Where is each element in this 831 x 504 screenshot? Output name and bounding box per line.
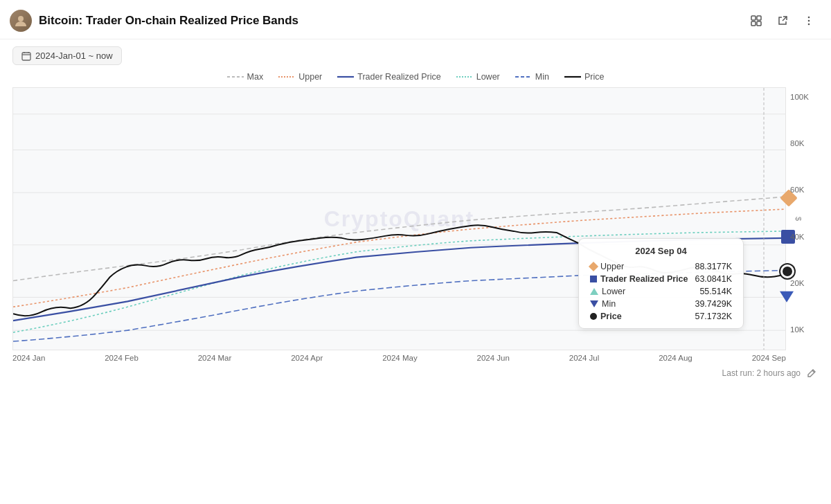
x-label-jan: 2024 Jan	[12, 354, 45, 362]
legend-lower: Lower	[456, 72, 500, 82]
trader-legend-line	[337, 74, 354, 80]
header: Bitcoin: Trader On-chain Realized Price …	[0, 0, 831, 39]
x-label-jul: 2024 Jul	[569, 354, 599, 362]
header-icons	[747, 11, 819, 30]
tooltip-label-lower: Lower	[590, 287, 625, 296]
chart-wrapper: CryptoQuant	[12, 87, 824, 350]
legend-lower-label: Lower	[476, 72, 500, 82]
tooltip-value-min: 39.7429K	[695, 299, 732, 309]
chart-tooltip: 2024 Sep 04 Upper 88.3177K Trader Realiz…	[578, 238, 744, 329]
trader-icon	[590, 276, 597, 282]
x-label-mar: 2024 Mar	[198, 354, 232, 362]
y-label-100k: 100K	[790, 93, 824, 101]
tooltip-row-price: Price 57.1732K	[590, 312, 732, 321]
price-icon	[590, 313, 597, 320]
tooltip-date: 2024 Sep 04	[590, 246, 732, 256]
date-filter[interactable]: 2024-Jan-01 ~ now	[12, 46, 122, 65]
min-legend-line	[515, 74, 532, 80]
y-label-80k: 80K	[790, 139, 824, 147]
max-legend-line	[227, 74, 244, 80]
svg-point-5	[808, 17, 810, 19]
y-axis-right: 100K 80K 60K 40K 20K 10K	[786, 87, 824, 350]
upper-label-text: Upper	[600, 262, 624, 271]
legend-price: Price	[564, 72, 604, 82]
price-legend-line	[564, 74, 581, 80]
tooltip-label-min: Min	[590, 299, 616, 309]
tooltip-value-upper: 88.3177K	[695, 262, 732, 271]
chart-container: CryptoQuant	[0, 87, 831, 362]
legend-price-label: Price	[584, 72, 604, 82]
legend: Max Upper Trader Realized Price Lower Mi…	[0, 72, 831, 82]
upper-legend-line	[278, 74, 295, 80]
svg-rect-1	[751, 16, 756, 20]
x-label-apr: 2024 Apr	[291, 354, 323, 362]
svg-rect-2	[757, 16, 761, 20]
x-label-sep: 2024 Sep	[752, 354, 786, 362]
min-icon	[590, 300, 598, 307]
trader-label-text: Trader Realized Price	[600, 274, 688, 284]
legend-max: Max	[227, 72, 264, 82]
tooltip-value-lower: 55.514K	[699, 287, 732, 296]
tooltip-label-upper: Upper	[590, 262, 624, 271]
edit-icon[interactable]	[805, 366, 819, 380]
legend-min-label: Min	[535, 72, 549, 82]
tooltip-label-price: Price	[590, 312, 622, 321]
y-label-40k: 40K	[790, 233, 824, 241]
svg-point-7	[808, 24, 810, 26]
legend-upper: Upper	[278, 72, 322, 82]
y-label-60k: 60K	[790, 186, 824, 194]
calendar-icon	[21, 51, 31, 61]
upper-icon	[589, 262, 598, 271]
y-label-10k: 10K	[790, 325, 824, 334]
x-label-jun: 2024 Jun	[477, 354, 510, 362]
expand-icon[interactable]	[747, 11, 766, 30]
svg-point-6	[808, 20, 810, 22]
tooltip-row-upper: Upper 88.3177K	[590, 262, 732, 271]
avatar	[10, 10, 32, 32]
x-axis: 2024 Jan 2024 Feb 2024 Mar 2024 Apr 2024…	[12, 350, 786, 362]
tooltip-label-trader: Trader Realized Price	[590, 274, 688, 284]
x-label-feb: 2024 Feb	[105, 354, 138, 362]
y-label-20k: 20K	[790, 279, 824, 287]
legend-upper-label: Upper	[298, 72, 322, 82]
tooltip-row-min: Min 39.7429K	[590, 299, 732, 309]
min-label-text: Min	[602, 299, 616, 309]
lower-label-text: Lower	[602, 287, 625, 296]
legend-trader-realized: Trader Realized Price	[337, 72, 440, 82]
last-run-label: Last run: 2 hours ago	[722, 368, 801, 378]
tooltip-value-trader: 63.0841K	[695, 274, 732, 284]
chart-area[interactable]: CryptoQuant	[12, 87, 786, 350]
legend-trader-label: Trader Realized Price	[357, 72, 440, 82]
more-options-icon[interactable]	[799, 11, 819, 30]
date-range-label: 2024-Jan-01 ~ now	[35, 51, 113, 61]
date-bar: 2024-Jan-01 ~ now	[0, 39, 831, 72]
svg-point-0	[18, 16, 24, 21]
lower-legend-line	[456, 74, 473, 80]
page-title: Bitcoin: Trader On-chain Realized Price …	[39, 14, 298, 28]
svg-rect-4	[757, 21, 761, 26]
lower-icon	[590, 288, 598, 295]
header-left: Bitcoin: Trader On-chain Realized Price …	[10, 10, 298, 32]
tooltip-row-trader: Trader Realized Price 63.0841K	[590, 274, 732, 284]
svg-rect-3	[751, 21, 756, 26]
legend-max-label: Max	[247, 72, 264, 82]
footer: Last run: 2 hours ago	[0, 362, 831, 384]
tooltip-row-lower: Lower 55.514K	[590, 287, 732, 296]
x-label-may: 2024 May	[382, 354, 418, 362]
x-label-aug: 2024 Aug	[659, 354, 692, 362]
svg-rect-8	[22, 53, 30, 60]
legend-min: Min	[515, 72, 549, 82]
tooltip-value-price: 57.1732K	[695, 312, 732, 321]
external-link-icon[interactable]	[773, 11, 792, 30]
avatar-image	[10, 10, 32, 32]
price-label-text: Price	[600, 312, 622, 321]
